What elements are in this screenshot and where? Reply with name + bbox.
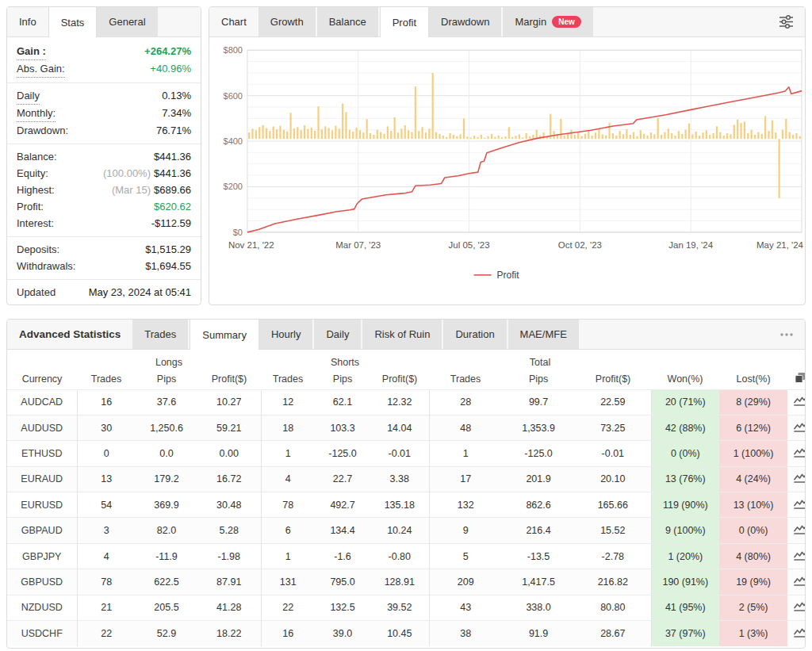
- profit-bar: [709, 135, 710, 139]
- profit-bar: [394, 117, 396, 139]
- profit-bar: [626, 129, 627, 139]
- row-chart-icon[interactable]: [787, 466, 806, 492]
- row-chart-icon[interactable]: [787, 441, 806, 466]
- stat-label-gain[interactable]: Gain :: [17, 43, 46, 60]
- shorts-trades-cell: 16: [261, 621, 315, 646]
- profit-bar: [404, 125, 406, 139]
- shorts-trades-cell: 22: [261, 595, 315, 620]
- won-cell: 42 (88%): [651, 415, 719, 440]
- tab-chart[interactable]: Chart: [209, 7, 259, 36]
- currency-cell: EURUSD: [7, 492, 77, 518]
- row-chart-icon[interactable]: [787, 415, 806, 440]
- tab-label: MAE/MFE: [520, 328, 567, 340]
- tab-trades[interactable]: Trades: [132, 320, 190, 349]
- tab-risk-of-ruin[interactable]: Risk of Ruin: [362, 320, 443, 349]
- longs-pips-cell: 52.9: [136, 621, 197, 646]
- profit-bar: [262, 125, 264, 139]
- tab-growth[interactable]: Growth: [259, 7, 317, 36]
- tab-summary[interactable]: Summary: [190, 320, 259, 350]
- row-chart-icon[interactable]: [787, 543, 806, 569]
- tab-stats[interactable]: Stats: [48, 7, 98, 37]
- stat-label-daily[interactable]: Daily: [17, 87, 40, 105]
- tab-hourly[interactable]: Hourly: [259, 320, 315, 349]
- more-options-icon[interactable]: [779, 331, 795, 338]
- profit-bar: [695, 132, 697, 139]
- profit-bar: [321, 129, 323, 139]
- profit-bar: [619, 131, 621, 139]
- profit-bar: [342, 104, 343, 140]
- profit-bar: [400, 128, 402, 139]
- profit-bar: [377, 130, 378, 139]
- profit-bar: [678, 131, 680, 139]
- profit-bar: [785, 119, 787, 139]
- tab-drawdown[interactable]: Drawdown: [429, 7, 503, 36]
- total-trades-cell: 48: [429, 415, 502, 440]
- profit-bar: [470, 137, 472, 139]
- profit-bar: [657, 118, 659, 139]
- tab-daily[interactable]: Daily: [314, 320, 362, 349]
- x-axis-tick: Oct 02, '23: [558, 240, 602, 250]
- stat-value: $441.36: [154, 148, 191, 165]
- tab-info[interactable]: Info: [7, 7, 48, 36]
- profit-bar: [588, 131, 589, 139]
- profit-bar: [463, 118, 465, 139]
- profit-bar: [761, 134, 763, 139]
- row-chart-icon[interactable]: [787, 621, 806, 646]
- lost-cell: 4 (24%): [719, 466, 787, 492]
- stat-value-text: 76.71%: [156, 124, 191, 136]
- stat-value: 7.34%: [162, 105, 191, 121]
- panel-title: Advanced Statistics: [19, 328, 121, 340]
- tab-duration[interactable]: Duration: [443, 320, 508, 349]
- longs-profit-cell: 16.72: [197, 466, 261, 492]
- profit-bar: [519, 134, 520, 139]
- total-pips-cell: 862.6: [502, 492, 575, 518]
- row-chart-icon[interactable]: [787, 389, 806, 415]
- stat-label-monthly[interactable]: Monthly:: [17, 105, 56, 122]
- profit-bar: [564, 136, 565, 139]
- stat-value: (100.00%)$441.36: [103, 165, 191, 182]
- sliders-icon[interactable]: [778, 14, 795, 29]
- total-pips-cell: 1,353.9: [502, 415, 575, 440]
- total-profit-cell: 28.67: [575, 621, 651, 646]
- shorts-profit-cell: -0.80: [370, 543, 429, 569]
- row-chart-icon[interactable]: [787, 518, 806, 543]
- won-cell: 0 (0%): [651, 441, 719, 466]
- y-axis-tick: $200: [224, 182, 243, 191]
- longs-profit-cell: 87.91: [197, 569, 261, 595]
- stat-label-abs-gain[interactable]: Abs. Gain:: [17, 60, 65, 78]
- won-cell: 1 (20%): [651, 543, 719, 569]
- total-profit-cell: 80.80: [575, 595, 651, 620]
- tab-mae-mfe[interactable]: MAE/MFE: [508, 320, 580, 349]
- tab-profit[interactable]: Profit: [380, 7, 429, 37]
- lost-cell: 4 (80%): [719, 543, 787, 569]
- profit-bar: [269, 131, 270, 139]
- stat-value-text: $620.62: [154, 201, 191, 213]
- longs-trades-cell: 22: [77, 621, 136, 646]
- total-trades-cell: 5: [429, 543, 502, 569]
- profit-bar: [301, 130, 302, 139]
- x-axis-tick: Mar 07, '23: [335, 240, 381, 250]
- stat-value-text: $441.36: [154, 151, 191, 163]
- profit-bar: [307, 129, 308, 140]
- stat-value-text: May 23, 2024 at 05:41: [89, 286, 191, 298]
- column-header-trades: Trades: [261, 369, 315, 389]
- won-cell: 190 (91%): [651, 569, 719, 595]
- total-pips-cell: 91.9: [502, 621, 575, 646]
- row-chart-icon[interactable]: [787, 569, 806, 595]
- profit-bar: [397, 132, 399, 139]
- tab-general[interactable]: General: [97, 7, 159, 36]
- profit-bar: [664, 132, 665, 140]
- legend-label[interactable]: Profit: [497, 270, 520, 281]
- row-chart-icon[interactable]: [787, 595, 806, 620]
- tab-balance[interactable]: Balance: [317, 7, 380, 36]
- longs-trades-cell: 78: [77, 569, 136, 595]
- stat-row: Interest:-$112.59: [17, 215, 191, 232]
- lost-cell: 19 (9%): [719, 569, 787, 595]
- stat-label-deposits: Deposits:: [17, 241, 59, 258]
- row-chart-icon[interactable]: [787, 492, 806, 518]
- tab-margin[interactable]: MarginNew: [503, 7, 594, 36]
- page: InfoStatsGeneral Gain :+264.27%Abs. Gain…: [0, 0, 812, 651]
- column-header-pips: Pips: [315, 369, 370, 389]
- profit-bar: [453, 135, 454, 139]
- copy-icon[interactable]: [787, 369, 806, 389]
